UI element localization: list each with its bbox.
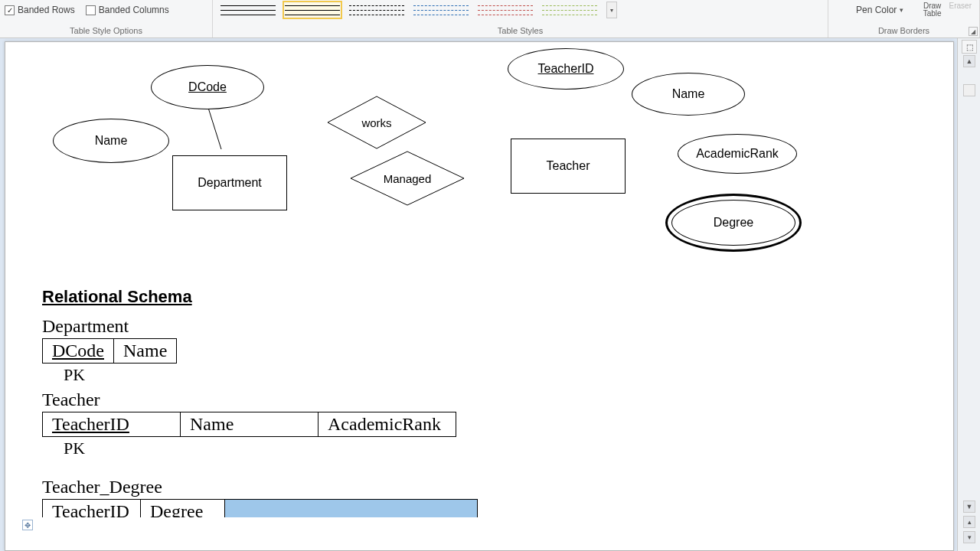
schema-title: Relational Schema [42, 287, 478, 307]
ribbon-group-label: Draw Borders [833, 24, 975, 37]
er-attr-teacherid: TeacherID [508, 48, 624, 90]
table-style-dashed[interactable] [349, 3, 404, 17]
col-degree[interactable]: Degree [141, 500, 225, 518]
selected-cell[interactable] [225, 500, 478, 518]
dialog-launcher-icon[interactable]: ◢ [969, 27, 978, 36]
ribbon-group-table-styles: ▾ Table Styles [213, 0, 828, 37]
er-attr-dcode: DCode [151, 65, 264, 109]
pen-color-button[interactable]: Pen Color [856, 5, 897, 15]
ribbon: ✓ Banded Rows Banded Columns Table Style… [0, 0, 980, 38]
schema-table-name: Teacher [42, 390, 478, 410]
er-attr-name-left: Name [53, 119, 169, 163]
er-rel-works: works [327, 96, 426, 149]
col-dcode: DCode [43, 339, 114, 364]
er-rel-managed: Managed [350, 151, 465, 206]
col-teacherid[interactable]: TeacherID [43, 500, 141, 518]
ribbon-group-label: Table Styles [217, 24, 823, 37]
page: DCode Name Department works Managed Teac… [5, 41, 954, 551]
table-row: TeacherID Name AcademicRank [43, 412, 456, 437]
table-row: DCode Name [43, 339, 177, 364]
dropdown-icon[interactable]: ▾ [900, 6, 903, 14]
er-diagram: DCode Name Department works Managed Teac… [5, 42, 953, 272]
schema-table-teacher: TeacherID Name AcademicRank [42, 412, 456, 437]
scroll-down-button[interactable]: ▼ [963, 500, 975, 513]
ribbon-group-draw-borders: Pen Color ▾ DrawTable Eraser Draw Border… [828, 0, 980, 37]
table-move-handle-icon[interactable]: ✥ [22, 520, 33, 530]
ribbon-group-label: Table Style Options [5, 24, 207, 37]
pk-label: PK [42, 439, 478, 458]
gallery-more-button[interactable]: ▾ [606, 2, 617, 18]
document-area: DCode Name Department works Managed Teac… [0, 38, 957, 551]
relational-schema: Relational Schema Department DCode Name … [42, 287, 478, 517]
ribbon-group-style-options: ✓ Banded Rows Banded Columns Table Style… [0, 0, 213, 37]
banded-columns-checkbox[interactable]: Banded Columns [86, 5, 169, 15]
col-name: Name [181, 412, 318, 437]
table-styles-gallery[interactable]: ▾ [217, 2, 823, 18]
schema-table-name: Teacher_Degree [42, 477, 478, 497]
col-teacherid: TeacherID [43, 412, 181, 437]
schema-table-teacher-degree[interactable]: TeacherID Degree [42, 499, 478, 517]
banded-rows-checkbox[interactable]: ✓ Banded Rows [5, 5, 75, 15]
er-attr-degree: Degree [665, 194, 802, 252]
vertical-scrollbar-panel: ⬚ ▲ ▼ ▴ ▾ [957, 38, 980, 551]
table-style-plain[interactable] [220, 3, 276, 17]
schema-table-department: DCode Name [42, 338, 177, 364]
object-browser-icon[interactable]: ⬚ [962, 40, 977, 54]
table-row: TeacherID Degree [43, 500, 478, 518]
banded-rows-label: Banded Rows [18, 5, 75, 15]
er-attr-academicrank: AcademicRank [678, 134, 797, 174]
table-style-orange[interactable] [478, 3, 533, 17]
scroll-up-button[interactable]: ▲ [963, 55, 975, 67]
table-style-selected[interactable] [285, 3, 340, 17]
pk-label: PK [42, 365, 478, 385]
er-entity-teacher: Teacher [511, 139, 626, 194]
browse-prev-button[interactable]: ▴ [963, 516, 975, 528]
table-style-green[interactable] [542, 3, 597, 17]
schema-table-name: Department [42, 316, 478, 337]
col-name: Name [114, 339, 177, 364]
checkbox-empty-icon [86, 5, 96, 15]
table-style-blue[interactable] [413, 3, 469, 17]
draw-table-button[interactable]: DrawTable [923, 2, 942, 18]
browse-next-button[interactable]: ▾ [963, 531, 975, 543]
eraser-button[interactable]: Eraser [949, 2, 972, 18]
er-attr-name-right: Name [632, 73, 745, 116]
col-academicrank: AcademicRank [318, 412, 456, 437]
check-icon: ✓ [5, 5, 15, 15]
split-view-handle[interactable] [963, 84, 975, 96]
banded-columns-label: Banded Columns [99, 5, 169, 15]
er-entity-department: Department [172, 155, 287, 210]
